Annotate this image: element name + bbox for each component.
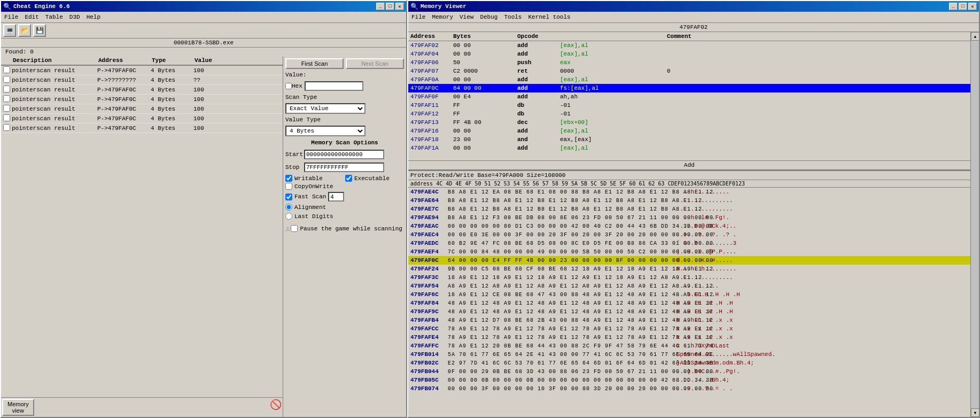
hex-row[interactable]: 479FAEAC 00 00 00 00 00 80 D1 C3 00 00 0… [408,222,970,230]
mv-maximize-btn[interactable]: □ [959,3,967,10]
row-addr: P->479FAF0C [95,67,149,74]
fast-scan-input[interactable] [328,192,344,202]
hex-row-ascii: H .H .H .H .H .H [676,308,733,315]
disasm-bytes: 00 E4 [451,94,515,100]
row-val: 100 [191,86,223,94]
disasm-row[interactable]: 479FAF12 FF db -01 [408,110,970,118]
disasm-row[interactable]: 479FAF02 00 00 add [eax],al [408,41,970,50]
hex-row[interactable]: 479FB014 5A 70 61 77 6E 65 64 2E 41 43 0… [408,350,970,359]
mv-menu-tools[interactable]: Tools [501,13,525,21]
disasm-row[interactable]: 479FAF13 FF 4B 00 dec [ebx+00] [408,118,970,127]
ce-minimize-btn[interactable]: _ [376,3,385,10]
hex-row[interactable]: 479FB074 00 00 00 3F 00 00 00 00 10 3F 0… [408,384,970,393]
toolbar-save[interactable]: 💾 [33,24,46,37]
mv-menu-kernel[interactable]: Kernel tools [525,13,573,21]
hex-row[interactable]: 479FB02C E2 97 7D 41 6C 6C 53 70 61 77 6… [408,359,970,367]
mv-close-btn[interactable]: ✕ [968,3,977,10]
scan-type-select[interactable]: Exact Value [285,103,365,114]
disasm-row[interactable]: 479FAF06 50 push eax [408,58,970,67]
last-digits-radio[interactable] [285,213,292,220]
table-row[interactable]: pointerscan result P->479FAF0C 4 Bytes 1… [1,114,283,123]
add-bar[interactable]: Add [408,160,970,170]
executable-cb[interactable] [345,175,352,182]
disasm-row[interactable]: 479FAF0F 00 E4 add ah,ah [408,92,970,101]
hex-row[interactable]: 479FB05C 00 00 00 0B 00 00 00 0B 00 00 0… [408,376,970,384]
table-row[interactable]: pointerscan result P->479FAF0C 4 Bytes 1… [1,85,283,95]
hex-row[interactable]: 479FAE64 B8 A8 E1 12 B8 A8 E1 12 B8 E1 1… [408,196,970,205]
toolbar-open[interactable]: 📂 [18,24,31,37]
hex-row[interactable]: 479FAFB4 48 A9 E1 12 D7 08 BE 68 2B 43 0… [408,316,970,324]
pause-cb[interactable] [291,225,298,232]
scroll-down-btn[interactable]: ▼ [971,408,979,417]
menu-help[interactable]: Help [83,13,104,21]
row-type: 4 Bytes [149,105,191,113]
table-row[interactable]: pointerscan result P->???????? 4 Bytes ?… [1,75,283,85]
table-row[interactable]: pointerscan result P->479FAF0C 4 Bytes 1… [1,66,283,75]
disasm-addr: 479FAF11 [408,102,451,109]
stop-input[interactable] [304,162,384,172]
toolbar-open-process[interactable]: 💻 [3,24,16,37]
table-row[interactable]: pointerscan result P->479FAF0C 4 Bytes 1… [1,123,283,133]
hex-row[interactable]: 479FAEC4 00 00 E0 3E 00 00 3F 00 00 20 3… [408,230,970,239]
memory-view-btn[interactable]: Memory view [2,399,34,416]
disasm-row[interactable]: 479FAF0C 64 00 00 add fs:[eax],al [408,84,970,92]
hex-row[interactable]: 479FAFCC 78 A9 E1 12 78 A9 E1 12 78 A9 E… [408,324,970,333]
hex-row[interactable]: 479FAEDC 60 B2 9E 47 FC 08 BE 68 D5 08 0… [408,239,970,247]
value-input[interactable] [305,81,363,91]
hex-row[interactable]: 479FB044 0F 00 00 29 0B BE 68 3D 43 00 8… [408,367,970,376]
executable-label: Executable [354,175,390,182]
menu-table[interactable]: Table [42,13,66,21]
hex-row-bytes: 9B 00 00 C5 08 BE 68 CF 08 BE 68 12 18 A… [448,266,672,272]
table-row[interactable]: pointerscan result P->479FAF0C 4 Bytes 1… [1,95,283,104]
hex-row-ascii: ............ [676,283,719,289]
cow-label: CopyOnWrite [294,183,333,190]
mv-minimize-btn[interactable]: _ [949,3,958,10]
hex-row[interactable]: 479FAE4C B8 A8 E1 12 EA 08 BE 68 E1 08 0… [408,188,970,196]
first-scan-btn[interactable]: First Scan [285,58,344,69]
disasm-row[interactable]: 479FAF18 23 00 and eax,[eax] [408,135,970,144]
hex-row[interactable]: 479FAE7C B8 A8 E1 12 B8 A8 E1 12 B8 E1 1… [408,205,970,213]
hex-row[interactable]: 479FAF24 9B 00 00 C5 08 BE 68 CF 08 BE 6… [408,265,970,273]
disasm-row[interactable]: 479FAF1A 00 00 add [eax],al [408,144,970,152]
alignment-radio[interactable] [285,204,292,211]
disasm-row[interactable]: 479FAF07 C2 0000 ret 0000 0 [408,67,970,75]
hex-checkbox[interactable] [285,83,292,89]
hex-body[interactable]: 479FAE4C B8 A8 E1 12 EA 08 BE 68 E1 08 0… [408,188,970,417]
hex-row[interactable]: 479FAFE4 78 A9 E1 12 78 A9 E1 12 78 A9 E… [408,333,970,342]
writable-cb[interactable] [285,175,292,182]
mv-menu-debug[interactable]: Debug [477,13,501,21]
fast-scan-cb[interactable] [285,193,292,200]
menu-edit[interactable]: Edit [21,13,42,21]
scroll-up-btn[interactable]: ▲ [971,32,979,41]
disasm-operand: [eax],al [558,76,665,83]
disasm-row[interactable]: 479FAF16 00 00 add [eax],al [408,127,970,135]
hex-row[interactable]: 479FAF3C 18 A9 E1 12 18 A9 E1 12 18 A9 E… [408,273,970,282]
cow-cb[interactable] [285,183,292,190]
disasm-row[interactable]: 479FAF11 FF db -01 [408,101,970,110]
hex-row[interactable]: 479FAE94 B8 A8 E1 12 F3 08 BE DB 08 00 8… [408,213,970,222]
hex-row[interactable]: 479FAF84 48 A9 E1 12 48 A9 E1 12 48 A9 E… [408,299,970,307]
disasm-row[interactable]: 479FAF04 00 00 add [eax],al [408,50,970,58]
ce-maximize-btn[interactable]: □ [386,3,394,10]
table-row[interactable]: pointerscan result P->479FAF0C 4 Bytes 1… [1,104,283,114]
disasm-row[interactable]: 479FAF0A 00 00 add [eax],al [408,75,970,84]
start-input[interactable] [304,150,384,159]
hex-row[interactable]: 479FAF9C 48 A9 E1 12 48 A9 E1 12 48 A9 E… [408,307,970,316]
menu-file[interactable]: File [1,13,21,21]
hex-row[interactable]: 479FAF54 A8 A9 E1 12 A8 A9 E1 12 A8 A9 E… [408,282,970,290]
scroll-track[interactable] [971,41,979,408]
mv-menu-file[interactable]: File [408,13,429,21]
hex-row[interactable]: 479FAFFC 78 A9 E1 12 20 0B BE 68 44 43 0… [408,342,970,350]
hex-row[interactable]: 479FAEF4 7C 00 00 84 48 00 00 00 49 00 0… [408,247,970,256]
hex-row[interactable]: 479FAF0C 64 00 00 00 E4 FF FF 4B 00 00 2… [408,256,970,265]
mv-menu-memory[interactable]: Memory [429,13,456,21]
next-scan-btn[interactable]: Next Scan [346,58,404,69]
mv-scrollbar[interactable]: ▲ ▼ [970,32,979,417]
menu-d3d[interactable]: D3D [66,13,83,21]
ce-left-panel: Description Address Type Value pointersc… [1,56,283,417]
mv-menu-view[interactable]: View [456,13,477,21]
mv-body: Address Bytes Opcode Comment 479FAF02 00… [408,32,979,417]
ce-close-btn[interactable]: ✕ [395,3,404,10]
hex-row[interactable]: 479FAF6C 18 A9 E1 12 CE 08 BE 68 47 43 0… [408,290,970,299]
value-type-select[interactable]: 4 Bytes [285,126,365,136]
